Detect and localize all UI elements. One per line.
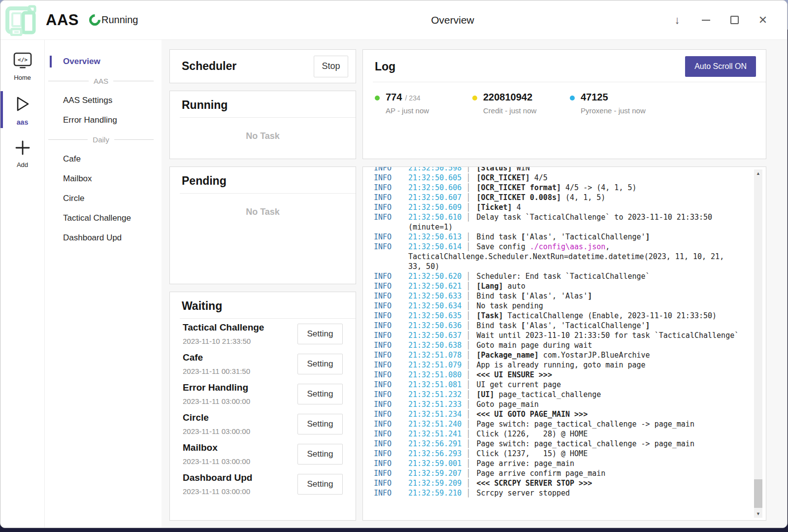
log-pipe-icon: │ [461,351,476,360]
log-time: 21:32:51.232 [408,390,461,399]
rail-item-home[interactable]: </>Home [0,47,44,85]
log-time: 21:32:50.607 [408,193,461,202]
log-message-segment: Bind task [476,321,521,330]
waiting-title: Waiting [170,292,356,318]
log-level: INFO [374,478,408,488]
log-message: <<< UI GOTO PAGE_MAIN >>> [476,410,588,419]
log-entry: INFO21:32:59.210│Scrcpy server stopped [374,488,751,498]
log-body: 21:32:51.234│<<< UI GOTO PAGE_MAIN >>> [408,409,751,419]
log-time: 21:32:50.613 [408,233,461,241]
log-body: 21:32:50.614│Save config ./config\aas.js… [408,242,751,271]
log-message-segment: [OCR_TICKET] [476,173,529,182]
log-message-segment: WIN [512,167,530,172]
sidebar-item-error-handling[interactable]: Error Handling [45,110,162,130]
rail-item-label: Add [17,161,28,168]
log-time: 21:32:50.609 [408,203,461,212]
log-entry: INFO21:32:51.081│UI get current page [374,380,751,390]
task-next-run: 2023-11-11 03:00:00 [183,457,250,466]
task-setting-button[interactable]: Setting [297,474,343,495]
log-message-segment: [Lang] [476,282,503,291]
log-time: 21:32:50.620 [408,272,461,281]
log-body: 21:32:50.607│[OCR_TICKET 0.008s] (4, 1, … [408,193,751,202]
sidebar-item-dashboard-upd[interactable]: Dashboard Upd [45,228,162,248]
log-scrollbar[interactable]: ▲ ▼ [754,169,762,518]
scrollbar-thumb[interactable] [754,479,762,508]
log-message-segment: 'Alas', 'Alas' [525,292,588,300]
scrollbar-up-arrow-icon[interactable]: ▲ [754,169,762,177]
task-setting-button[interactable]: Setting [297,414,343,434]
stat-value-row: 47125 [581,92,646,103]
sidebar-item-aas-settings[interactable]: AAS Settings [45,91,162,110]
log-message-segment: Click (1237, 15) @ HOME [476,449,588,458]
rail-item-add[interactable]: Add [0,134,44,172]
stop-button[interactable]: Stop [314,56,348,77]
minimize-icon[interactable] [698,13,713,28]
log-pipe-icon: │ [461,193,476,202]
log-time: 21:32:51.079 [408,361,461,369]
log-time: 21:32:56.291 [408,439,461,448]
task-setting-button[interactable]: Setting [297,384,343,404]
log-message-segment: 4/5 -> (4, 1, 5) [561,183,637,192]
log-message: [Lang] auto [476,282,525,291]
stat-dot [472,96,477,100]
log-message-segment: [ [521,292,525,300]
titlebar: AAS Running Overview ↓ ✕ [0,0,787,40]
stat-value: 47125 [581,92,608,103]
log-pipe-icon: │ [461,410,476,419]
log-body: 21:32:51.240│Page switch: page_tactical_… [408,419,751,429]
maximize-icon[interactable] [727,13,742,28]
sidebar-item-cafe[interactable]: Cafe [45,149,162,169]
log-message: Click (1226, 28) @ HOME [476,430,588,438]
sidebar-item-circle[interactable]: Circle [45,189,162,208]
log-entry: INFO21:32:51.241│Click (1226, 28) @ HOME [374,429,751,439]
stat-value-row: 220810942 [483,92,536,103]
log-entry: INFO21:32:56.291│Page switch: page_tacti… [374,439,751,449]
log-pipe-icon: │ [461,311,476,320]
task-setting-button[interactable]: Setting [297,444,343,465]
log-level: INFO [374,321,408,331]
log-message-segment: Page switch: page_tactical_challenge -> … [476,420,694,429]
log-message-segment: Scrcpy server stopped [476,489,570,498]
log-message: <<< UI ENSURE >>> [476,370,552,379]
log-message: Page arrive: page_main [476,459,574,468]
scrollbar-down-arrow-icon[interactable]: ▼ [754,510,762,518]
log-scroll-area[interactable]: INFO21:32:50.598│[Status] WININFO21:32:5… [374,167,751,518]
log-pipe-icon: │ [461,439,476,448]
log-level: INFO [374,439,408,449]
close-icon[interactable]: ✕ [755,13,770,28]
log-body: 21:32:51.081│UI get current page [408,380,751,390]
log-time: 21:32:50.638 [408,341,461,350]
waiting-task-row: Error Handling2023-11-11 03:00:00Setting [170,379,356,409]
autoscroll-toggle-button[interactable]: Auto Scroll ON [685,56,756,77]
running-card: Running No Task [169,91,356,159]
home-icon: </> [13,52,33,71]
log-message: App is already running, goto main page [476,361,645,369]
sidebar-item-mailbox[interactable]: Mailbox [45,169,162,189]
log-time: 21:32:51.080 [408,370,461,379]
task-setting-button[interactable]: Setting [297,324,343,344]
stat-label: Credit - just now [483,106,536,115]
log-pipe-icon: │ [461,282,476,291]
download-icon[interactable]: ↓ [670,13,685,28]
log-pipe-icon: │ [461,301,476,310]
sidebar-item-tactical-challenge[interactable]: Tactical Challenge [45,208,162,228]
log-message: [Status] WIN [476,167,529,172]
log-message-segment: Goto page_main [476,400,538,409]
log-message-segment: [OCR_TICKET format] [476,183,561,192]
log-body: 21:32:50.634│No task pending [408,301,751,311]
log-body: 21:32:50.638│Goto main page during wait [408,340,751,350]
log-level: INFO [374,271,408,281]
log-level: INFO [374,291,408,301]
task-name: Mailbox [183,442,250,453]
task-info: Circle2023-11-11 03:00:00 [183,412,250,435]
task-setting-button[interactable]: Setting [297,354,343,374]
log-time: 21:32:50.598 [408,167,461,172]
log-time: 21:32:59.209 [408,479,461,488]
sidebar-item-overview[interactable]: Overview [45,52,162,71]
sidebar-section-aas: AAS [45,71,162,91]
log-time: 21:32:50.606 [408,183,461,192]
log-message: <<< SCRCPY SERVER STOP >>> [476,479,592,488]
rail-item-aas[interactable]: aas [0,89,44,130]
log-message: Page switch: page_tactical_challenge -> … [476,420,694,429]
task-info: Tactical Challenge2023-11-10 21:33:50 [183,322,264,345]
